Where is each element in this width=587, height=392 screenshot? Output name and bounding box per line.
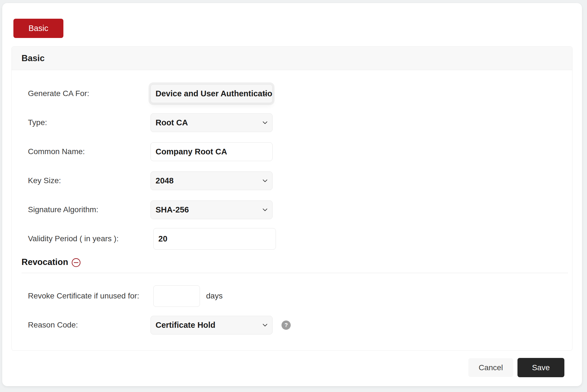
reason-code-label: Reason Code: <box>12 321 151 329</box>
days-suffix: days <box>206 291 223 300</box>
basic-tab-button[interactable]: Basic <box>13 19 63 38</box>
revocation-divider <box>22 273 568 273</box>
revoke-unused-label: Revoke Certificate if unused for: <box>12 291 151 300</box>
key-size-label: Key Size: <box>12 176 151 185</box>
form-row-revoke-unused: Revoke Certificate if unused for: days <box>12 281 572 310</box>
panel-body: Generate CA For: Device and User Authent… <box>12 70 572 340</box>
validity-period-input[interactable] <box>153 228 276 250</box>
form-row-key-size: Key Size: 2048 <box>12 166 572 195</box>
common-name-input[interactable] <box>151 142 273 161</box>
generate-ca-for-select[interactable]: Device and User Authentication <box>151 84 273 103</box>
form-row-generate-ca-for: Generate CA For: Device and User Authent… <box>12 79 572 108</box>
form-row-type: Type: Root CA <box>12 108 572 137</box>
revocation-heading-text: Revocation <box>22 257 68 267</box>
signature-algorithm-select[interactable]: SHA-256 <box>151 200 273 219</box>
common-name-label: Common Name: <box>12 147 151 156</box>
signature-algorithm-value: SHA-256 <box>151 205 272 214</box>
validity-period-label: Validity Period ( in years ): <box>12 234 151 243</box>
help-icon[interactable]: ? <box>281 321 291 330</box>
revoke-unused-input[interactable] <box>153 285 200 307</box>
form-row-signature-algorithm: Signature Algorithm: SHA-256 <box>12 195 572 224</box>
content-card: Basic Basic Generate CA For: Device and … <box>2 3 582 386</box>
key-size-value: 2048 <box>151 176 272 185</box>
generate-ca-for-value: Device and User Authentication <box>151 89 272 98</box>
revocation-section-heading: Revocation <box>12 256 572 268</box>
form-row-reason-code: Reason Code: Certificate Hold ? <box>12 310 572 340</box>
type-value: Root CA <box>151 118 272 127</box>
panel-title: Basic <box>12 47 572 70</box>
form-row-validity-period: Validity Period ( in years ): <box>12 224 572 253</box>
form-row-common-name: Common Name: <box>12 137 572 166</box>
minus-circle-icon[interactable] <box>71 258 81 267</box>
basic-panel: Basic Generate CA For: Device and User A… <box>11 46 572 351</box>
reason-code-select[interactable]: Certificate Hold <box>151 316 273 334</box>
generate-ca-for-label: Generate CA For: <box>12 89 151 98</box>
signature-algorithm-label: Signature Algorithm: <box>12 205 151 214</box>
key-size-select[interactable]: 2048 <box>151 171 273 190</box>
cancel-button[interactable]: Cancel <box>468 358 513 377</box>
reason-code-value: Certificate Hold <box>151 321 272 330</box>
type-label: Type: <box>12 118 151 127</box>
save-button[interactable]: Save <box>517 358 564 377</box>
type-select[interactable]: Root CA <box>151 113 273 132</box>
